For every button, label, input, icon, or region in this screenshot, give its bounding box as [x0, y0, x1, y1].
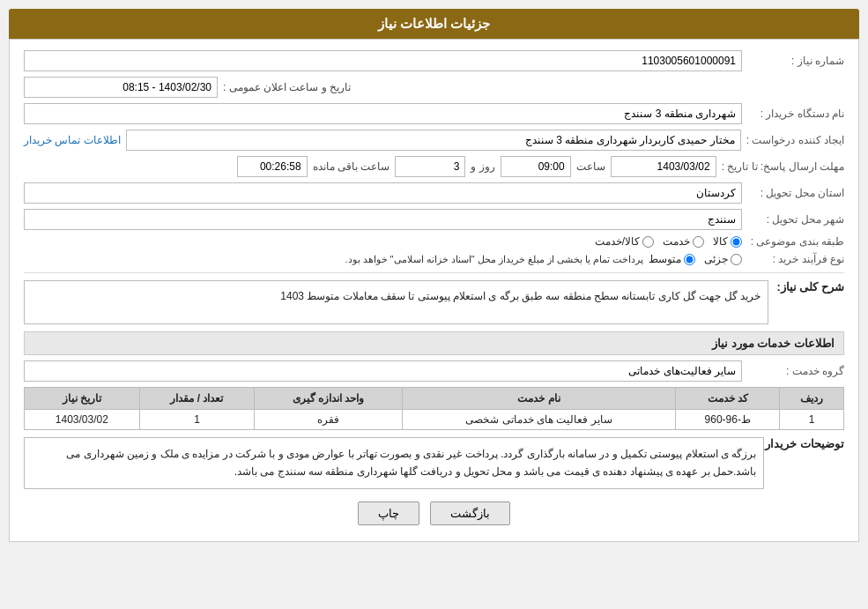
- ettelaat-tamas-link[interactable]: اطلاعات تماس خریدار: [24, 134, 121, 146]
- tavzihat-kharidar-box: برزگه ی استعلام پیوستی تکمیل و در سامانه…: [24, 437, 764, 489]
- ijad-konande-input[interactable]: [126, 130, 741, 151]
- services-table: ردیف کد خدمت نام خدمت واحد اندازه گیری ت…: [24, 387, 844, 430]
- tarikhe-elan-label: تاریخ و ساعت اعلان عمومی :: [223, 81, 351, 93]
- cell-kod-khadamat: ط-96-960: [676, 410, 780, 430]
- ettelaat-khadamat-title: اطلاعات خدمات مورد نیاز: [24, 331, 844, 355]
- ijad-konande-label: ایجاد کننده درخواست :: [746, 134, 844, 146]
- button-row: بازگشت چاپ: [24, 501, 844, 525]
- page-header: جزئیات اطلاعات نیاز: [9, 9, 859, 39]
- roz-label: روز و: [471, 160, 494, 173]
- radio-kala-khedmat[interactable]: کالا/خدمت: [595, 235, 654, 248]
- noe-farayand-label: نوع فرآیند خرید :: [747, 253, 844, 265]
- radio-motovaset-label: متوسط: [649, 253, 681, 265]
- noe-farayand-radio-group: جزئی متوسط: [649, 253, 742, 265]
- radio-khedmat[interactable]: خدمت: [663, 235, 704, 248]
- baghimande-label: ساعت باقی مانده: [313, 160, 390, 173]
- col-tedad: تعداد / مقدار: [139, 388, 255, 410]
- table-row: 1 ط-96-960 سایر فعالیت های خدماتی شخصی ف…: [25, 410, 844, 430]
- back-button[interactable]: بازگشت: [430, 501, 510, 525]
- sharh-koli-label: شرح کلی نیاز:: [774, 280, 844, 293]
- cell-tarikh: 1403/03/02: [25, 410, 140, 430]
- cell-vahed: فقره: [255, 410, 402, 430]
- mohlat-date-input[interactable]: [611, 156, 716, 177]
- ostan-input[interactable]: [24, 182, 742, 204]
- shomare-niaz-input[interactable]: [24, 50, 742, 71]
- shomare-niaz-label: شماره نیاز :: [747, 55, 844, 67]
- shahr-input[interactable]: [24, 209, 742, 230]
- mohlat-label: مهلت ارسال پاسخ: تا تاریخ :: [722, 160, 844, 173]
- grohe-khadamat-label: گروه خدمت :: [747, 365, 844, 377]
- radio-motovaset-input[interactable]: [684, 254, 695, 265]
- tavzihat-kharidar-label: توضیحات خریدار:: [769, 437, 844, 450]
- radio-khedmat-label: خدمت: [663, 235, 690, 248]
- sharh-koli-box: خرید گل جهت گل کاری تابستانه سطح منطقه س…: [24, 280, 768, 324]
- cell-tedad: 1: [139, 410, 255, 430]
- col-radif: ردیف: [780, 388, 844, 410]
- radio-motovaset[interactable]: متوسط: [649, 253, 695, 265]
- services-table-wrapper: ردیف کد خدمت نام خدمت واحد اندازه گیری ت…: [24, 387, 844, 430]
- radio-kala[interactable]: کالا: [713, 235, 742, 248]
- radio-kala-label: کالا: [713, 235, 728, 248]
- col-nam-khadamat: نام خدمت: [402, 388, 676, 410]
- saat-label: ساعت: [576, 160, 605, 173]
- radio-kala-khedmat-input[interactable]: [642, 236, 654, 248]
- radio-kala-khedmat-label: کالا/خدمت: [595, 235, 640, 248]
- saat-input[interactable]: [501, 156, 571, 177]
- ostan-label: استان محل تحویل :: [747, 187, 844, 199]
- radio-kala-input[interactable]: [731, 236, 742, 248]
- tarikhe-elan-input[interactable]: [24, 77, 218, 98]
- tabaqe-bandi-label: طبقه بندی موضوعی :: [747, 235, 844, 248]
- col-kod-khadamat: کد خدمت: [676, 388, 780, 410]
- col-vahed: واحد اندازه گیری: [255, 388, 402, 410]
- baghimande-input[interactable]: [237, 156, 308, 177]
- shahr-label: شهر محل تحویل :: [747, 213, 844, 226]
- nam-dastgah-input[interactable]: [24, 103, 742, 124]
- radio-jozei-label: جزئی: [704, 253, 728, 265]
- page-title: جزئیات اطلاعات نیاز: [378, 16, 490, 31]
- cell-nam-khadamat: سایر فعالیت های خدماتی شخصی: [402, 410, 676, 430]
- roz-input[interactable]: [395, 156, 465, 177]
- tabaqe-bandi-radio-group: کالا خدمت کالا/خدمت: [595, 235, 742, 248]
- noe-farayand-desc: پرداخت تمام یا بخشی از مبلغ خریداز محل "…: [345, 254, 643, 265]
- cell-radif: 1: [780, 410, 844, 430]
- grohe-khadamat-input[interactable]: [24, 360, 742, 382]
- nam-dastgah-label: نام دستگاه خریدار :: [747, 108, 844, 120]
- col-tarikh: تاریخ نیاز: [25, 388, 140, 410]
- radio-jozei-input[interactable]: [731, 254, 742, 265]
- print-button[interactable]: چاپ: [358, 501, 419, 525]
- radio-jozei[interactable]: جزئی: [704, 253, 742, 265]
- radio-khedmat-input[interactable]: [693, 236, 704, 248]
